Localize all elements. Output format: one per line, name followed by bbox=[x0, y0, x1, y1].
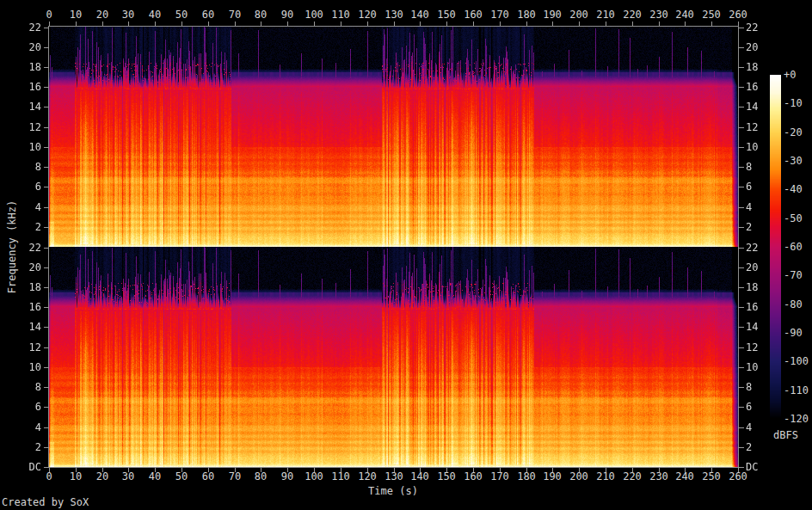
colorbar-gradient bbox=[770, 75, 781, 419]
x-tick-label-bottom: 140 bbox=[410, 471, 429, 482]
sox-spectrogram-window: Time (s) Frequency (kHz) dBFS Created by… bbox=[0, 0, 812, 510]
x-tick-top bbox=[208, 22, 209, 26]
y-tick-label-left: 10 bbox=[19, 362, 41, 372]
y-tick-left bbox=[44, 387, 49, 388]
y-tick-right bbox=[738, 107, 744, 108]
x-tick-top bbox=[420, 22, 421, 26]
y-tick-left bbox=[44, 467, 49, 468]
y-tick-label-left: 12 bbox=[19, 122, 41, 132]
x-tick-top bbox=[155, 22, 156, 26]
colorbar-tick-label: -10 bbox=[784, 98, 803, 108]
x-tick-label-bottom: 220 bbox=[623, 471, 642, 482]
y-tick-right bbox=[738, 467, 744, 468]
x-tick-label-top: 130 bbox=[384, 9, 403, 20]
y-tick-left bbox=[44, 87, 49, 88]
y-tick-label-right: 12 bbox=[746, 122, 758, 132]
y-axis-title: Frequency (kHz) bbox=[7, 200, 17, 293]
y-tick-right bbox=[738, 207, 744, 208]
y-tick-left bbox=[44, 447, 49, 448]
x-tick-top bbox=[367, 22, 368, 26]
y-tick-label-right: 8 bbox=[746, 382, 752, 392]
y-tick-left bbox=[44, 307, 49, 308]
y-tick-label-left: 6 bbox=[19, 402, 41, 412]
y-tick-label-left: 14 bbox=[19, 322, 41, 332]
y-tick-left bbox=[44, 207, 49, 208]
y-tick-left bbox=[44, 427, 49, 428]
y-tick-label-left: 12 bbox=[19, 342, 41, 353]
colorbar-tick-label: -40 bbox=[784, 184, 803, 194]
y-tick-left bbox=[44, 327, 49, 328]
x-tick-label-bottom: 60 bbox=[202, 471, 214, 482]
x-tick-label-top: 0 bbox=[46, 9, 52, 20]
y-tick-left bbox=[44, 147, 49, 148]
x-tick-label-top: 150 bbox=[437, 9, 456, 20]
y-tick-left bbox=[44, 267, 49, 268]
y-tick-right bbox=[738, 387, 744, 388]
x-tick-top bbox=[738, 22, 739, 26]
x-tick-label-top: 160 bbox=[464, 9, 483, 20]
y-tick-left bbox=[44, 227, 49, 228]
x-tick-label-bottom: 170 bbox=[490, 471, 509, 482]
x-tick-top bbox=[287, 22, 288, 26]
y-tick-right bbox=[738, 447, 744, 448]
x-tick-top bbox=[76, 22, 77, 26]
colorbar-tick-label: -100 bbox=[784, 356, 809, 366]
colorbar-tick-label: -70 bbox=[784, 270, 803, 280]
x-tick-top bbox=[632, 22, 633, 26]
y-tick-left bbox=[44, 167, 49, 168]
x-tick-top bbox=[685, 22, 686, 26]
x-tick-label-bottom: 0 bbox=[46, 471, 52, 482]
x-tick-top bbox=[314, 22, 315, 26]
y-tick-label-right: 22 bbox=[746, 22, 758, 33]
x-axis-title: Time (s) bbox=[368, 486, 418, 496]
x-tick-label-bottom: 160 bbox=[464, 471, 483, 482]
y-tick-label-right: 2 bbox=[746, 222, 752, 232]
colorbar-title: dBFS bbox=[773, 430, 798, 440]
x-tick-label-top: 240 bbox=[675, 9, 694, 20]
colorbar-tick-label: -80 bbox=[784, 299, 803, 310]
y-tick-label-left: 22 bbox=[19, 243, 41, 253]
y-tick-left bbox=[44, 248, 49, 249]
credit-text: Created by SoX bbox=[2, 497, 89, 507]
x-tick-label-top: 140 bbox=[410, 9, 429, 20]
x-tick-label-bottom: 150 bbox=[437, 471, 456, 482]
y-tick-label-right: 20 bbox=[746, 42, 758, 52]
y-tick-left bbox=[44, 107, 49, 108]
x-tick-label-top: 170 bbox=[490, 9, 509, 20]
x-tick-top bbox=[552, 22, 553, 26]
y-tick-label-left: 2 bbox=[19, 442, 41, 452]
x-tick-label-top: 260 bbox=[729, 9, 747, 20]
y-tick-label-right: 2 bbox=[746, 442, 752, 452]
y-tick-left bbox=[44, 287, 49, 288]
y-tick-label-left: 22 bbox=[19, 22, 41, 33]
x-tick-label-top: 90 bbox=[281, 9, 293, 20]
y-tick-label-left: 4 bbox=[19, 202, 41, 212]
y-tick-left bbox=[44, 347, 49, 348]
x-tick-label-bottom: 230 bbox=[649, 471, 668, 482]
y-tick-right bbox=[738, 87, 744, 88]
y-tick-label-right: 14 bbox=[746, 101, 758, 112]
y-tick-right bbox=[738, 427, 744, 428]
colorbar-tick-label: -90 bbox=[784, 328, 803, 338]
y-tick-right bbox=[738, 287, 744, 288]
y-tick-label-left: 16 bbox=[19, 302, 41, 312]
y-tick-left bbox=[44, 187, 49, 187]
x-tick-label-top: 80 bbox=[255, 9, 267, 20]
y-tick-left bbox=[44, 47, 49, 48]
x-tick-top bbox=[473, 22, 474, 26]
x-tick-top bbox=[500, 22, 501, 26]
y-tick-label-right: 8 bbox=[746, 162, 752, 172]
x-tick-label-bottom: 70 bbox=[229, 471, 241, 482]
x-tick-label-bottom: 250 bbox=[702, 471, 721, 482]
x-tick-label-bottom: 110 bbox=[331, 471, 350, 482]
x-tick-label-bottom: 190 bbox=[543, 471, 562, 482]
x-tick-label-top: 20 bbox=[96, 9, 108, 20]
y-tick-label-right: 18 bbox=[746, 282, 758, 292]
x-tick-label-bottom: 130 bbox=[384, 471, 403, 482]
y-tick-label-left: 16 bbox=[19, 82, 41, 92]
x-tick-label-top: 250 bbox=[702, 9, 721, 20]
colorbar-tick-label: +0 bbox=[784, 70, 796, 80]
y-tick-left bbox=[44, 28, 49, 28]
y-tick-label-left: 20 bbox=[19, 42, 41, 52]
y-tick-label-left: 10 bbox=[19, 142, 41, 152]
